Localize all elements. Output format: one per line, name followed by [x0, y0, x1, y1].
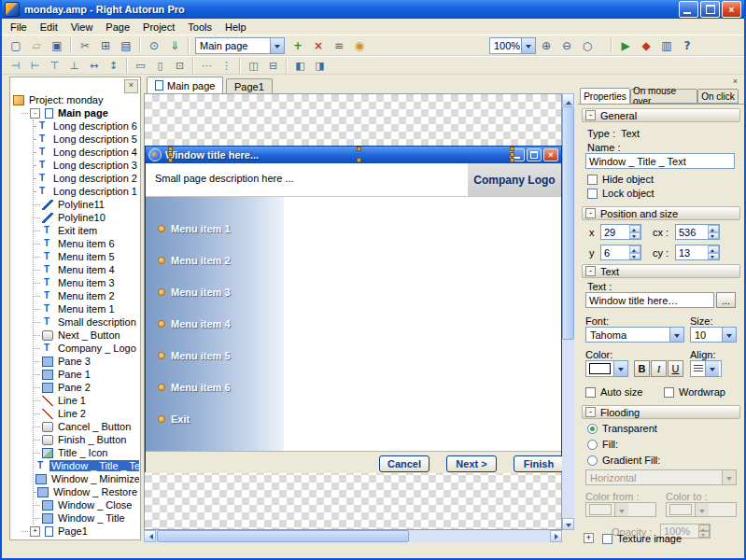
tab-properties[interactable]: Properties — [580, 88, 630, 105]
menu-item-object[interactable]: Menu item 2 — [158, 255, 231, 266]
collapse-button[interactable]: - — [585, 266, 596, 276]
tree-item[interactable]: Menu item 5 — [34, 250, 139, 263]
tree-item[interactable]: Long description 6 — [34, 119, 139, 133]
tree-item[interactable]: Line 2 — [34, 407, 139, 420]
cut-icon[interactable]: ✂ — [75, 35, 95, 55]
vertical-scroll-thumb[interactable] — [562, 106, 574, 340]
cy-spinner[interactable] — [708, 245, 719, 259]
fill-radio[interactable] — [587, 440, 598, 450]
menu-item-object[interactable]: Menu item 4 — [158, 318, 231, 329]
tree-item[interactable]: Polyline10 — [34, 211, 139, 224]
tab-main-page[interactable]: Main page — [147, 77, 223, 93]
designed-window-icon[interactable] — [148, 148, 162, 161]
designed-window-titlebar[interactable]: Window title here... × — [146, 147, 561, 163]
chevron-down-icon[interactable] — [270, 38, 284, 53]
finish-button-object[interactable]: Finish — [514, 455, 564, 472]
same-size-icon[interactable]: ⊡ — [170, 57, 190, 75]
designed-bottom-strip[interactable]: Cancel Next > Finish — [146, 451, 561, 473]
chevron-down-icon[interactable] — [613, 361, 627, 376]
collapse-button[interactable]: - — [585, 110, 596, 120]
zoom-fit-icon[interactable]: ○ — [577, 35, 598, 55]
designed-close-button[interactable]: × — [543, 148, 558, 161]
page-properties-icon[interactable]: ≡ — [329, 35, 349, 55]
menu-file[interactable]: File — [4, 21, 34, 34]
center-vertical-icon[interactable]: ↕ — [104, 57, 123, 75]
align-bottom-icon[interactable]: ⊥ — [64, 57, 84, 75]
tree-node-main-page[interactable]: - Main page — [21, 106, 139, 119]
align-left-icon[interactable]: ⊣ — [6, 57, 25, 75]
tree-item[interactable]: Long description 1 — [34, 185, 139, 198]
minimize-button[interactable] — [679, 1, 698, 18]
copy-icon[interactable]: ⊞ — [95, 35, 116, 55]
paste-icon[interactable]: ▤ — [116, 35, 136, 55]
page-description-object[interactable]: Small page description here ... — [155, 173, 294, 184]
zoom-combo[interactable]: 100% — [489, 37, 536, 54]
selection-handle[interactable] — [510, 158, 514, 162]
menu-item-object[interactable]: Menu item 3 — [158, 287, 231, 298]
cx-field[interactable]: 536 — [675, 224, 720, 240]
color-combo[interactable] — [585, 360, 628, 377]
center-horizontal-icon[interactable]: ↔ — [84, 57, 104, 75]
send-back-icon[interactable]: ◨ — [310, 57, 330, 75]
tree-item[interactable]: Menu item 2 — [34, 289, 139, 302]
same-height-icon[interactable]: ▯ — [150, 57, 170, 75]
tree-item[interactable]: Window _ Restore — [34, 485, 139, 498]
texture-image-checkbox[interactable] — [602, 534, 612, 544]
company-logo-object[interactable]: Company Logo — [468, 163, 561, 196]
selection-handle[interactable] — [168, 147, 173, 151]
tree-item[interactable]: Next _ Button — [34, 329, 139, 342]
expand-icon[interactable]: + — [30, 526, 40, 537]
panels-icon[interactable]: ▥ — [656, 35, 677, 55]
run-icon[interactable]: ▶ — [615, 35, 636, 55]
center-in-page-v-icon[interactable]: ⊟ — [263, 57, 283, 75]
selection-handle[interactable] — [357, 158, 361, 162]
size-combo[interactable]: 10 — [690, 327, 737, 343]
delete-page-icon[interactable]: × — [308, 35, 329, 55]
tree-item-selected[interactable]: Window _ Title _ Text — [34, 459, 139, 472]
zoom-out-icon[interactable]: ⊖ — [556, 35, 577, 55]
tree-item[interactable]: Small description — [34, 315, 139, 329]
lock-object-checkbox[interactable] — [587, 189, 598, 199]
window-title-text-object[interactable]: Window title here... — [165, 149, 259, 161]
font-combo[interactable]: Tahoma — [585, 327, 684, 343]
scroll-right-button[interactable] — [550, 530, 562, 542]
italic-button[interactable]: I — [651, 360, 667, 377]
tree-item[interactable]: Menu item 1 — [34, 302, 139, 315]
zoom-in-icon[interactable]: ⊕ — [536, 35, 556, 55]
cy-field[interactable]: 13 — [675, 245, 720, 260]
app-titlebar[interactable]: monday.amp - Right Autorun Pro × — [2, 0, 744, 19]
menu-item-object[interactable]: Menu item 1 — [158, 223, 231, 234]
tree-root[interactable]: Project: monday — [13, 93, 139, 106]
bring-front-icon[interactable]: ◧ — [290, 57, 310, 75]
scroll-up-button[interactable] — [562, 93, 574, 105]
tree-node-page1[interactable]: + Page1 — [21, 525, 139, 538]
bold-button[interactable]: B — [634, 360, 650, 377]
chevron-down-icon[interactable] — [669, 328, 683, 342]
tree-item[interactable]: Company _ Logo — [34, 342, 139, 355]
collapse-button[interactable]: - — [585, 407, 596, 417]
selection-handle[interactable] — [168, 152, 173, 157]
hide-object-checkbox[interactable] — [587, 175, 598, 185]
tree-item[interactable]: Line 1 — [34, 394, 139, 407]
tree-item[interactable]: Window _ Close — [34, 498, 139, 511]
design-canvas[interactable]: Window title here... × Small page descri… — [144, 93, 562, 530]
canvas-vertical-scrollbar[interactable] — [562, 93, 574, 530]
save-icon[interactable]: ▣ — [47, 35, 67, 55]
selection-handle[interactable] — [168, 158, 173, 162]
tree-item[interactable]: Long description 3 — [34, 159, 139, 172]
space-down-icon[interactable]: ⋮ — [217, 57, 236, 75]
transparent-radio[interactable] — [587, 424, 598, 434]
tree-item[interactable]: Exit item — [34, 224, 139, 237]
tree-item[interactable]: Window _ Minimize — [34, 472, 139, 485]
center-in-page-h-icon[interactable]: ◫ — [244, 57, 263, 75]
scroll-down-button[interactable] — [562, 518, 574, 530]
align-top-icon[interactable]: ⊤ — [45, 57, 64, 75]
page-selector-combo[interactable]: Main page — [195, 37, 285, 54]
restore-button[interactable] — [700, 1, 720, 18]
designed-window[interactable]: Window title here... × Small page descri… — [145, 146, 562, 472]
cx-spinner[interactable] — [708, 225, 719, 239]
designed-header[interactable]: Small page description here ... Company … — [146, 163, 561, 197]
name-field[interactable] — [585, 153, 735, 169]
text-field[interactable] — [585, 292, 714, 308]
menu-project[interactable]: Project — [136, 21, 181, 34]
